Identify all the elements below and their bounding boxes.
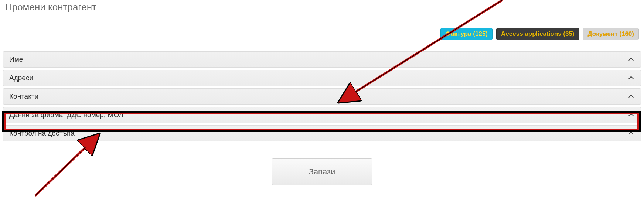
chevron-up-icon — [628, 75, 635, 81]
badge-count: 125 — [475, 30, 485, 37]
accordion-label: Контрол на достъпа — [9, 129, 75, 137]
accordion-label: Данни за фирма, ДДС номер, МОЛ — [9, 111, 123, 119]
accordion-item-addresses[interactable]: Адреси — [3, 70, 641, 86]
accordion-label: Име — [9, 55, 23, 64]
chevron-up-icon — [628, 56, 635, 63]
accordion-item-name[interactable]: Име — [3, 51, 641, 68]
accordion: Име Адреси Контакти Данни за фирма, ДДС … — [0, 48, 644, 141]
badge-count: 35 — [565, 30, 572, 37]
badge-document[interactable]: Документ (160) — [583, 28, 639, 40]
page-title: Промени контрагент — [0, 0, 644, 13]
badge-label: Фактура — [445, 30, 471, 37]
chevron-up-icon — [628, 130, 635, 137]
accordion-item-company-data[interactable]: Данни за фирма, ДДС номер, МОЛ — [3, 107, 641, 123]
chevron-up-icon — [628, 93, 635, 100]
chevron-up-icon — [628, 112, 635, 118]
badge-access-applications[interactable]: Access applications (35) — [496, 28, 579, 40]
badge-invoice[interactable]: Фактура (125) — [440, 28, 493, 40]
accordion-item-contacts[interactable]: Контакти — [3, 88, 641, 105]
save-button[interactable]: Запази — [272, 158, 373, 185]
badge-label: Access applications — [501, 30, 561, 37]
badges-row: Фактура (125) Access applications (35) Д… — [0, 13, 644, 48]
badge-label: Документ — [587, 30, 617, 37]
accordion-label: Контакти — [9, 92, 38, 100]
save-area: Запази — [0, 144, 644, 185]
accordion-label: Адреси — [9, 74, 33, 82]
accordion-item-access-control[interactable]: Контрол на достъпа — [3, 125, 641, 141]
badge-count: 160 — [621, 30, 632, 37]
